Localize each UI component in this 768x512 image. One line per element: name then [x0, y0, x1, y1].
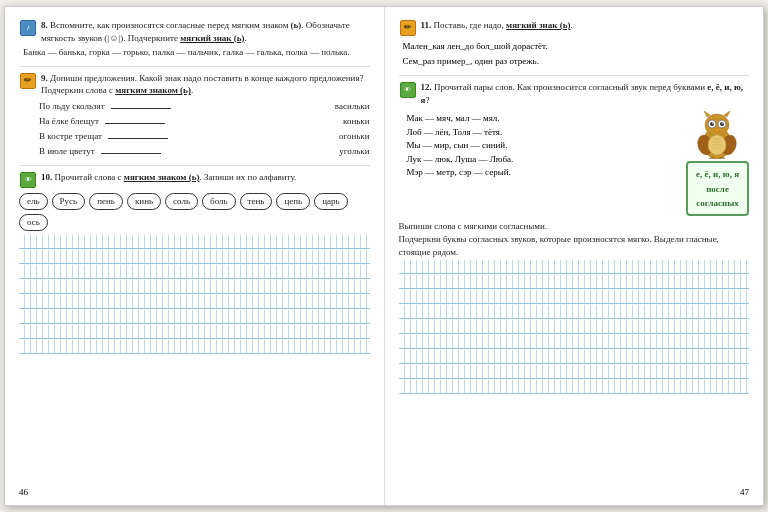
task-11: ✏ 11. Поставь, где надо, мягкий знак (ь)…	[399, 19, 750, 68]
pair-row-5: Мэр — метр, сэр — серый.	[407, 166, 681, 180]
slant-line-r4	[399, 305, 750, 319]
task12-text: 12. Прочитай пары слов. Как произносится…	[421, 81, 750, 106]
word-box-9: царь	[314, 193, 347, 210]
task9-number: 9.	[41, 73, 48, 83]
slant-line-5	[19, 295, 370, 309]
slant-line-r3	[399, 290, 750, 304]
slant-line-r8	[399, 365, 750, 379]
writing-lines-left	[19, 235, 370, 354]
task9-text: 9. Допиши предложения. Какой знак надо п…	[41, 72, 370, 97]
svg-point-7	[720, 122, 724, 126]
book: ♪ 8. Вспомните, как произносятся согласн…	[4, 6, 764, 506]
svg-marker-3	[724, 111, 730, 117]
word-box-8: цепь	[276, 193, 310, 210]
pair-lines: Мак — мяч, мал — мял. Лоб — лён, Толя — …	[407, 112, 681, 180]
task9-icon: ✏	[19, 72, 37, 90]
fill-row-4: В июле цветут угольки	[39, 145, 370, 158]
task8-text: 8. Вспомните, как произносятся согласные…	[41, 19, 370, 44]
task8-desc: Вспомните, как произносятся согласные пе…	[41, 20, 350, 43]
fill-row-3: В костре трещат огоньки	[39, 130, 370, 143]
writing-lines-right	[399, 260, 750, 394]
word-boxes: ель Русь пень кинь соль боль тень цепь ц…	[19, 193, 370, 231]
slant-line-4	[19, 280, 370, 294]
word-box-6: боль	[202, 193, 236, 210]
pencil-icon: ✏	[20, 73, 36, 89]
slant-line-7	[19, 325, 370, 339]
pair-row-3: Мы — мир, сын — синий.	[407, 139, 681, 153]
svg-marker-2	[704, 111, 710, 117]
slant-line-r5	[399, 320, 750, 334]
task-9: ✏ 9. Допиши предложения. Какой знак надо…	[19, 72, 370, 158]
page-number-right: 47	[740, 486, 749, 499]
slant-line-6	[19, 310, 370, 324]
owl-icon	[695, 109, 740, 159]
task11-icon: ✏	[399, 19, 417, 37]
slant-line-r2	[399, 275, 750, 289]
slant-line-1	[19, 235, 370, 249]
write-section: Выпиши слова с мягкими согласными. Подче…	[399, 220, 750, 394]
svg-point-9	[722, 123, 723, 124]
fill-row-1: По льду скользят васильки	[39, 100, 370, 113]
read-icon: 👁	[20, 172, 36, 188]
listen-icon: ♪	[20, 20, 36, 36]
write-instruction-1: Выпиши слова с мягкими согласными.	[399, 220, 750, 233]
word-box-7: тень	[240, 193, 273, 210]
task10-text: 10. Прочитай слова с мягким знаком (ь). …	[41, 171, 296, 184]
pair-row-2: Лоб — лён, Толя — тётя.	[407, 126, 681, 140]
letter-box-letters: е, ё, и, ю, я	[696, 167, 739, 181]
task12-content: Мак — мяч, мал — мял. Лоб — лён, Толя — …	[399, 109, 750, 216]
page-number-left: 46	[19, 486, 28, 499]
svg-point-6	[710, 122, 714, 126]
fill-row-2: На ёлке блещут коньки	[39, 115, 370, 128]
task12-owl-box: е, ё, и, ю, я после согласных	[686, 109, 749, 216]
pencil-icon-11: ✏	[400, 20, 416, 36]
task8-icon: ♪	[19, 19, 37, 37]
page-right: ✏ 11. Поставь, где надо, мягкий знак (ь)…	[385, 7, 764, 505]
write-instruction-2: Подчеркни буквы согласных звуков, которы…	[399, 233, 750, 258]
task-10: 👁 10. Прочитай слова с мягким знаком (ь)…	[19, 171, 370, 354]
word-box-2: Русь	[52, 193, 86, 210]
pair-row-4: Лук — люк, Луша — Люба.	[407, 153, 681, 167]
task9-fill-lines: По льду скользят васильки На ёлке блещут…	[39, 100, 370, 158]
pair-row-1: Мак — мяч, мал — мял.	[407, 112, 681, 126]
slant-line-r6	[399, 335, 750, 349]
task-12: 👁 12. Прочитай пары слов. Как произносит…	[399, 81, 750, 394]
task11-lines: Мален_кая лен_до бол_шой дорастёт. Сем_р…	[403, 40, 750, 68]
letter-box-sub1: после	[696, 182, 739, 196]
task11-line-1: Мален_кая лен_до бол_шой дорастёт.	[403, 40, 750, 53]
slant-line-r7	[399, 350, 750, 364]
word-box-3: пень	[89, 193, 123, 210]
page-left: ♪ 8. Вспомните, как произносятся согласн…	[5, 7, 385, 505]
word-box-10: ось	[19, 214, 48, 231]
read-icon-12: 👁	[400, 82, 416, 98]
word-box-5: соль	[165, 193, 198, 210]
task12-pairs-section: Мак — мяч, мал — мял. Лоб — лён, Толя — …	[399, 109, 681, 216]
slant-line-8	[19, 340, 370, 354]
slant-line-3	[19, 265, 370, 279]
slant-line-r9	[399, 380, 750, 394]
svg-point-8	[712, 123, 713, 124]
word-box-1: ель	[19, 193, 48, 210]
slant-line-2	[19, 250, 370, 264]
word-box-4: кинь	[127, 193, 161, 210]
task10-icon: 👁	[19, 171, 37, 189]
task8-number: 8.	[41, 20, 48, 30]
task12-icon: 👁	[399, 81, 417, 99]
letter-box-sub2: согласных	[696, 196, 739, 210]
task11-line-2: Сем_раз пример_, один раз отрежь.	[403, 55, 750, 68]
letter-box: е, ё, и, ю, я после согласных	[686, 161, 749, 216]
slant-line-r1	[399, 260, 750, 274]
task11-text: 11. Поставь, где надо, мягкий знак (ь).	[421, 19, 573, 32]
task-8: ♪ 8. Вспомните, как произносятся согласн…	[19, 19, 370, 59]
task8-example: Банка — банька, горка — горько, палка — …	[23, 46, 370, 59]
